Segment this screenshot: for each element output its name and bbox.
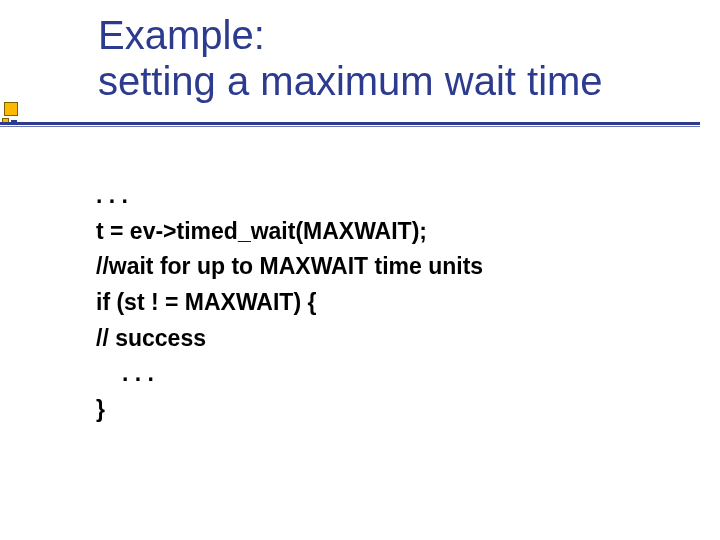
bullet-square-icon — [4, 102, 18, 116]
code-line: } — [96, 392, 656, 428]
code-line: . . . — [96, 356, 656, 392]
code-block: . . . t = ev->timed_wait(MAXWAIT); //wai… — [96, 178, 656, 427]
title-line-2: setting a maximum wait time — [98, 58, 698, 104]
code-line: //wait for up to MAXWAIT time units — [96, 249, 656, 285]
slide-title: Example: setting a maximum wait time — [98, 12, 698, 104]
code-line: // success — [96, 321, 656, 357]
code-line: . . . — [96, 178, 656, 214]
title-line-1: Example: — [98, 12, 698, 58]
slide: Example: setting a maximum wait time . .… — [0, 0, 720, 540]
title-underline-thin-icon — [0, 126, 700, 127]
code-line: t = ev->timed_wait(MAXWAIT); — [96, 214, 656, 250]
title-underline-icon — [0, 122, 700, 125]
code-line: if (st ! = MAXWAIT) { — [96, 285, 656, 321]
